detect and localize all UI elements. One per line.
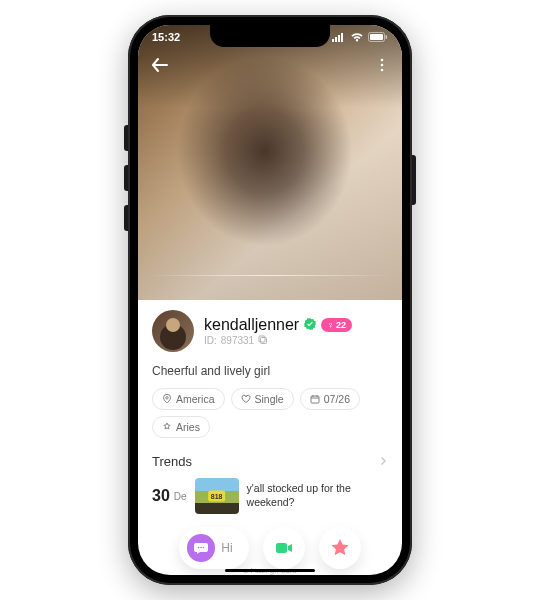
chip-status[interactable]: Single	[231, 388, 294, 410]
notch	[210, 25, 330, 47]
age-badge: ♀ 22	[321, 318, 352, 332]
svg-rect-10	[261, 337, 267, 343]
svg-rect-6	[386, 35, 388, 39]
svg-rect-20	[276, 543, 287, 553]
chip-location[interactable]: America	[152, 388, 225, 410]
hero-image[interactable]	[138, 25, 402, 300]
calendar-icon	[310, 394, 320, 404]
star-icon	[329, 537, 351, 559]
trends-header[interactable]: Trends	[152, 452, 388, 470]
avatar[interactable]	[152, 310, 194, 352]
video-icon	[273, 537, 295, 559]
svg-rect-11	[259, 336, 265, 342]
profile-content: kendalljenner ♀ 22 ID: 897331	[138, 300, 402, 514]
location-icon	[162, 394, 172, 404]
back-icon[interactable]	[150, 55, 170, 79]
svg-point-9	[381, 69, 384, 72]
trend-day: 30	[152, 487, 170, 505]
gender-icon: ♀	[327, 320, 334, 330]
wifi-icon	[350, 32, 364, 42]
heart-icon	[241, 394, 251, 404]
trend-month: De	[174, 491, 187, 502]
svg-rect-0	[332, 39, 334, 42]
chip-zodiac[interactable]: Aries	[152, 416, 210, 438]
svg-point-18	[201, 547, 203, 549]
trend-item[interactable]: 30 De y'all stocked up for the weekend?	[152, 478, 388, 514]
chips: America Single 07/26 Aries	[152, 388, 388, 438]
chat-icon	[187, 534, 215, 562]
svg-rect-2	[338, 35, 340, 42]
user-id: ID: 897331	[204, 335, 352, 347]
signal-icon	[332, 32, 346, 42]
status-time: 15:32	[152, 31, 180, 43]
more-icon[interactable]	[374, 57, 390, 77]
svg-point-7	[381, 59, 384, 62]
username: kendalljenner	[204, 316, 299, 334]
zodiac-icon	[162, 422, 172, 432]
star-button[interactable]	[319, 527, 361, 569]
svg-rect-3	[341, 33, 343, 42]
home-indicator[interactable]	[225, 569, 315, 572]
hi-button[interactable]: Hi	[179, 527, 248, 569]
chip-birthday[interactable]: 07/26	[300, 388, 360, 410]
svg-rect-5	[370, 34, 383, 40]
video-button[interactable]	[263, 527, 305, 569]
chevron-right-icon	[378, 452, 388, 470]
hi-label: Hi	[221, 541, 232, 555]
svg-point-17	[198, 547, 200, 549]
verified-icon	[304, 316, 316, 334]
trend-caption: y'all stocked up for the weekend?	[247, 482, 388, 509]
screen: 15:32	[138, 25, 402, 575]
copy-icon[interactable]	[258, 335, 268, 347]
trend-thumbnail	[195, 478, 239, 514]
svg-rect-1	[335, 37, 337, 42]
battery-icon	[368, 32, 388, 42]
section-title: Trends	[152, 454, 192, 469]
svg-point-19	[203, 547, 205, 549]
phone-frame: 15:32	[128, 15, 412, 585]
svg-point-8	[381, 64, 384, 67]
svg-point-12	[166, 397, 168, 399]
bottom-bar: Hi	[138, 527, 402, 569]
svg-rect-13	[311, 396, 319, 403]
bio-text: Cheerful and lively girl	[152, 364, 388, 378]
